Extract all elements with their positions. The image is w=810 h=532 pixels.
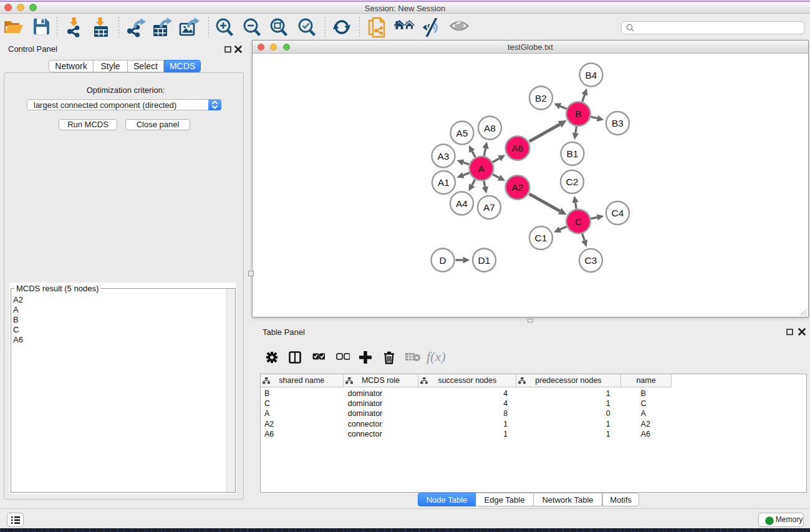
svg-text:D1: D1 [478, 255, 491, 266]
svg-text:A: A [478, 163, 485, 174]
svg-text:A1: A1 [438, 177, 450, 188]
svg-text:B3: B3 [612, 118, 624, 128]
svg-text:C2: C2 [566, 177, 579, 187]
svg-text:D: D [439, 255, 446, 266]
svg-text:A6: A6 [512, 143, 524, 153]
svg-text:A4: A4 [456, 198, 468, 209]
svg-text:C3: C3 [585, 255, 597, 266]
svg-text:B: B [575, 109, 581, 119]
svg-text:C4: C4 [612, 208, 624, 218]
svg-text:C: C [575, 216, 582, 227]
svg-text:A3: A3 [438, 151, 450, 162]
svg-text:B4: B4 [586, 70, 597, 80]
svg-text:B2: B2 [535, 93, 547, 104]
svg-text:A5: A5 [456, 128, 468, 138]
svg-text:B1: B1 [567, 148, 579, 159]
svg-text:A2: A2 [512, 182, 524, 193]
svg-text:C1: C1 [535, 233, 547, 243]
svg-text:A7: A7 [483, 202, 495, 213]
svg-text:A8: A8 [484, 123, 496, 133]
